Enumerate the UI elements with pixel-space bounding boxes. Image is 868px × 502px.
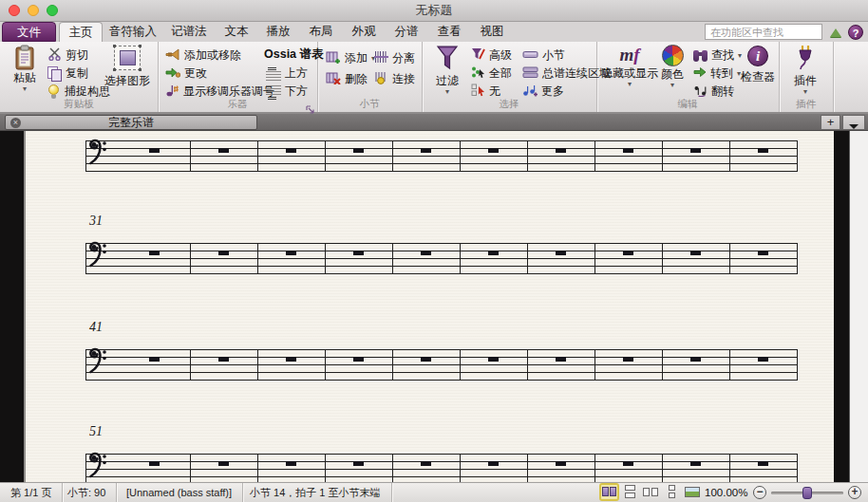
view-spreads-vertical-button[interactable] [622,485,638,499]
filter-button[interactable]: 过滤 ▾ [429,45,465,95]
tab-file[interactable]: 文件 [2,22,56,42]
whole-bar-rest[interactable] [353,357,364,362]
tab-9[interactable]: 查看 [429,22,469,42]
view-panorama-button[interactable] [685,485,701,499]
change-instrument-label: 更改 [184,65,207,82]
zoom-slider-thumb[interactable] [802,487,812,499]
add-bar-button[interactable]: 添加 ▾ [326,50,375,66]
whole-bar-rest[interactable] [149,251,160,255]
staff-system-4[interactable]: 51 [85,454,797,482]
delete-bar-button[interactable]: 删除 [326,71,368,87]
whole-bar-rest[interactable] [218,251,229,255]
whole-bar-rest[interactable] [623,357,633,362]
join-bar-button[interactable]: 连接 [374,71,415,87]
view-pages-horizontal-button[interactable] [643,485,659,499]
staff-system-2[interactable]: 31 [85,243,797,274]
score-page[interactable]: 314151 [24,131,834,482]
tab-3[interactable]: 记谱法 [163,22,215,42]
help-icon[interactable]: ? [848,25,863,40]
collapse-ribbon-icon[interactable] [830,28,841,37]
whole-bar-rest[interactable] [149,148,160,153]
whole-bar-rest[interactable] [556,461,566,466]
hide-show-button[interactable]: mf 隐藏或显示 ▾ [600,45,659,87]
zoom-out-button[interactable]: − [753,486,766,499]
whole-bar-rest[interactable] [488,461,499,466]
tab-4[interactable]: 文本 [217,22,256,42]
tab-5[interactable]: 播放 [258,22,298,42]
whole-bar-rest[interactable] [421,148,431,153]
zoom-slider[interactable] [771,492,843,494]
staff-system-1[interactable] [85,140,797,172]
copy-label: 复制 [66,65,88,82]
whole-bar-rest[interactable] [353,251,364,255]
whole-bar-rest[interactable] [286,461,296,466]
whole-bar-rest[interactable] [149,461,160,466]
document-tab-full-score[interactable]: × 完整乐谱 [5,115,257,130]
copy-button[interactable]: 复制 [47,65,88,82]
whole-bar-rest[interactable] [556,357,566,362]
whole-bar-rest[interactable] [556,148,566,153]
advanced-filter-button[interactable]: 高级 [471,47,512,64]
whole-bar-rest[interactable] [758,357,768,362]
whole-bar-rest[interactable] [623,148,633,153]
whole-bar-rest[interactable] [556,251,566,255]
whole-bar-rest[interactable] [488,357,499,362]
whole-bar-rest[interactable] [690,251,701,255]
whole-bar-rest[interactable] [623,251,633,255]
plugins-button[interactable]: 插件 ▾ [788,45,822,95]
change-instrument-button[interactable]: 更改 [165,65,207,82]
new-tab-button[interactable]: + [821,115,840,130]
select-bars-button[interactable]: 小节 [522,47,565,64]
tab-10[interactable]: 视图 [472,22,512,42]
whole-bar-rest[interactable] [690,148,701,153]
tab-1[interactable]: 主页 [59,22,103,42]
whole-bar-rest[interactable] [353,461,364,466]
add-remove-instruments-button[interactable]: 添加或移除 [165,47,241,64]
whole-bar-rest[interactable] [286,357,296,362]
whole-bar-rest[interactable] [218,357,229,362]
whole-bar-rest[interactable] [421,357,431,362]
split-bar-button[interactable]: 分离 [374,50,415,66]
whole-bar-rest[interactable] [488,148,499,153]
add-remove-instruments-label: 添加或移除 [184,47,241,64]
tab-7[interactable]: 外观 [344,22,384,42]
whole-bar-rest[interactable] [758,461,768,466]
goto-button[interactable]: 转到 ▾ [693,65,741,82]
paste-button[interactable]: 粘贴 ▾ [6,45,44,92]
score-canvas[interactable]: 314151 [0,131,868,482]
color-button[interactable]: 颜色 ▾ [655,45,689,88]
whole-bar-rest[interactable] [690,461,701,466]
whole-bar-rest[interactable] [353,148,364,153]
whole-bar-rest[interactable] [149,357,160,362]
select-all-button[interactable]: 全部 [471,65,512,82]
select-bars-label: 小节 [542,47,565,64]
whole-bar-rest[interactable] [218,148,229,153]
tab-6[interactable]: 布局 [301,22,341,42]
inspector-button[interactable]: i 检查器 [739,46,777,85]
whole-bar-rest[interactable] [421,461,431,466]
whole-bar-rest[interactable] [690,357,701,362]
dropdown-caret-icon: ▾ [670,83,674,88]
whole-bar-rest[interactable] [488,251,499,255]
whole-bar-rest[interactable] [286,251,296,255]
search-input[interactable] [705,24,822,40]
whole-bar-rest[interactable] [758,251,768,255]
view-spreads-horizontal-button[interactable] [601,485,617,499]
zoom-in-button[interactable]: + [848,486,861,499]
whole-bar-rest[interactable] [218,461,229,466]
tab-menu-button[interactable] [842,115,865,130]
whole-bar-rest[interactable] [421,251,431,255]
whole-bar-rest[interactable] [286,148,296,153]
group-label-select: 选择 [422,98,596,111]
ossia-above-button[interactable]: 上方 [266,65,308,82]
tab-8[interactable]: 分谱 [387,22,426,42]
tab-2[interactable]: 音符输入 [104,22,161,42]
cut-button[interactable]: 剪切 [47,47,88,64]
staff-line [85,454,797,455]
view-pages-vertical-button[interactable] [664,485,680,499]
whole-bar-rest[interactable] [623,461,633,466]
whole-bar-rest[interactable] [758,148,768,153]
find-button[interactable]: 查找 ▾ [693,47,742,64]
select-graphic-button[interactable]: 选择图形 [101,46,154,89]
staff-system-3[interactable]: 41 [85,349,797,381]
